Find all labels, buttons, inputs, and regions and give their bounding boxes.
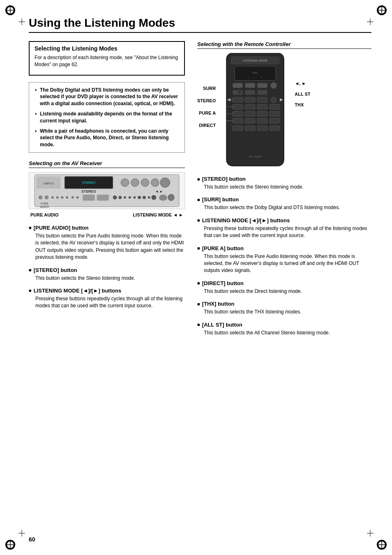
svg-point-34 — [143, 196, 146, 199]
right-btn-title-3: LISTENING MODE [◄]/[►] buttons — [197, 217, 371, 223]
two-column-layout: Selecting the Listening Modes For a desc… — [29, 41, 371, 342]
svg-rect-69 — [245, 111, 255, 116]
right-btn-title-6: [THX] button — [197, 301, 371, 307]
svg-rect-68 — [233, 111, 243, 116]
svg-text:LISTENING MODE: LISTENING MODE — [243, 59, 267, 62]
svg-rect-63 — [245, 104, 255, 109]
remote-controller-subtitle: Selecting with the Remote Controller — [197, 41, 371, 49]
corner-decoration-tr — [376, 4, 388, 16]
left-btn-title-2: [STEREO] button — [29, 267, 185, 273]
svg-rect-59 — [245, 97, 255, 102]
right-btn-text-5: This button selects the Direct listening… — [204, 288, 371, 295]
svg-rect-26 — [83, 195, 95, 201]
right-btn-title-7: [ALL ST] button — [197, 322, 371, 328]
svg-rect-70 — [257, 111, 267, 116]
svg-point-23 — [66, 196, 68, 199]
left-btn-text-3: Pressing these buttons repeatedly cycles… — [35, 295, 185, 310]
svg-text:STEREO: STEREO — [82, 181, 95, 184]
listening-mode-label: LISTENING MODE ◄ ► — [133, 212, 183, 217]
right-btn-desc-3: LISTENING MODE [◄]/[►] buttons Pressing … — [197, 217, 371, 240]
crosshair-bl — [18, 530, 25, 537]
remote-left-labels: SURR STEREO PURE A DIRECT — [197, 86, 216, 135]
svg-rect-73 — [245, 118, 255, 123]
svg-point-14 — [131, 179, 139, 187]
receiver-label-row: PURE AUDIO LISTENING MODE ◄ ► — [29, 212, 185, 217]
section-box-desc: For a description of each listening mode… — [35, 54, 179, 68]
right-btn-desc-1: [STEREO] button This button selects the … — [197, 176, 371, 191]
bullet-item-1: The Dolby Digital and DTS listening mode… — [35, 87, 179, 107]
av-receiver-image: ONKYO STEREO — [29, 172, 185, 209]
svg-rect-76 — [233, 126, 243, 131]
svg-rect-77 — [245, 126, 255, 131]
page-container: 60 Using the Listening Modes Selecting t… — [0, 0, 392, 555]
right-btn-desc-5: [DIRECT] button This button selects the … — [197, 280, 371, 295]
svg-point-22 — [61, 196, 64, 199]
right-btn-text-6: This button selects the THX listening mo… — [204, 309, 371, 315]
svg-rect-52 — [257, 83, 267, 88]
crosshair-tl — [18, 18, 25, 25]
svg-rect-56 — [245, 90, 255, 95]
bullet-box: The Dolby Digital and DTS listening mode… — [29, 82, 185, 153]
corner-decoration-tl — [4, 4, 16, 16]
right-btn-text-7: This button selects the All Channel Ster… — [204, 329, 371, 336]
main-title: Using the Listening Modes — [29, 16, 371, 33]
svg-point-18 — [39, 196, 43, 200]
svg-rect-60 — [257, 97, 267, 102]
right-btn-desc-6: [THX] button This button selects the THX… — [197, 301, 371, 315]
selecting-listening-modes-box: Selecting the Listening Modes For a desc… — [29, 41, 185, 76]
remote-right-labels: ◄, ► ALL ST THX — [295, 81, 310, 113]
svg-rect-62 — [233, 104, 243, 109]
svg-point-33 — [138, 196, 141, 199]
left-btn-desc-3: LISTENING MODE [◄]/[►] buttons Pressing … — [29, 288, 185, 310]
left-btn-title-3: LISTENING MODE [◄]/[►] buttons — [29, 288, 185, 294]
svg-text:STEREO: STEREO — [81, 189, 96, 193]
left-btn-text-1: This button selects the Pure Audio liste… — [35, 233, 185, 261]
right-btn-desc-7: [ALL ST] button This button selects the … — [197, 322, 371, 336]
right-btn-title-5: [DIRECT] button — [197, 280, 371, 286]
svg-text:ONKYO: ONKYO — [44, 182, 54, 185]
svg-text:PURE: PURE — [41, 202, 48, 205]
av-receiver-subtitle: Selecting on the AV Receiver — [29, 160, 185, 168]
svg-rect-27 — [97, 195, 109, 201]
right-btn-text-3: Pressing these buttons repeatedly cycles… — [204, 225, 371, 240]
right-btn-title-1: [STEREO] button — [197, 176, 371, 182]
svg-point-25 — [76, 196, 79, 199]
svg-point-16 — [151, 179, 159, 187]
corner-decoration-br — [376, 539, 388, 551]
svg-point-35 — [148, 196, 150, 199]
left-btn-text-2: This button selects the Stereo listening… — [35, 275, 185, 282]
left-btn-desc-2: [STEREO] button This button selects the … — [29, 267, 185, 282]
svg-point-28 — [113, 196, 117, 200]
corner-decoration-bl — [4, 539, 16, 551]
svg-rect-50 — [233, 83, 243, 88]
svg-rect-71 — [270, 111, 280, 116]
remote-label-arrows: ◄, ► — [295, 81, 310, 86]
svg-point-31 — [129, 196, 131, 199]
svg-rect-72 — [233, 118, 243, 123]
left-btn-desc-1: [PURE AUDIO] button This button selects … — [29, 225, 185, 261]
svg-point-19 — [44, 196, 48, 200]
bullet-list: The Dolby Digital and DTS listening mode… — [35, 87, 179, 148]
svg-point-38 — [168, 194, 175, 201]
svg-rect-79 — [270, 126, 280, 131]
crosshair-tr — [367, 18, 374, 25]
svg-point-55 — [238, 91, 241, 94]
remote-side-labels: SURR STEREO PURE A DIRECT LISTENING MODE — [197, 53, 371, 169]
svg-rect-75 — [270, 118, 280, 123]
svg-point-32 — [134, 196, 136, 199]
svg-rect-74 — [257, 118, 267, 123]
svg-rect-51 — [245, 83, 255, 88]
right-btn-text-2: This button selects the Dolby Digital an… — [204, 204, 371, 211]
svg-point-24 — [71, 196, 74, 199]
bullet-item-3: While a pair of headphones is connected,… — [35, 128, 179, 148]
svg-point-29 — [118, 196, 122, 199]
svg-text:RC-820M: RC-820M — [249, 155, 261, 158]
remote-label-all-st: ALL ST — [295, 92, 310, 97]
crosshair-br — [367, 530, 374, 537]
svg-point-30 — [124, 196, 126, 199]
svg-point-13 — [121, 179, 129, 187]
remote-label-thx: THX — [295, 102, 310, 107]
svg-rect-78 — [257, 126, 267, 131]
svg-point-53 — [270, 82, 277, 89]
svg-rect-54 — [233, 90, 243, 95]
